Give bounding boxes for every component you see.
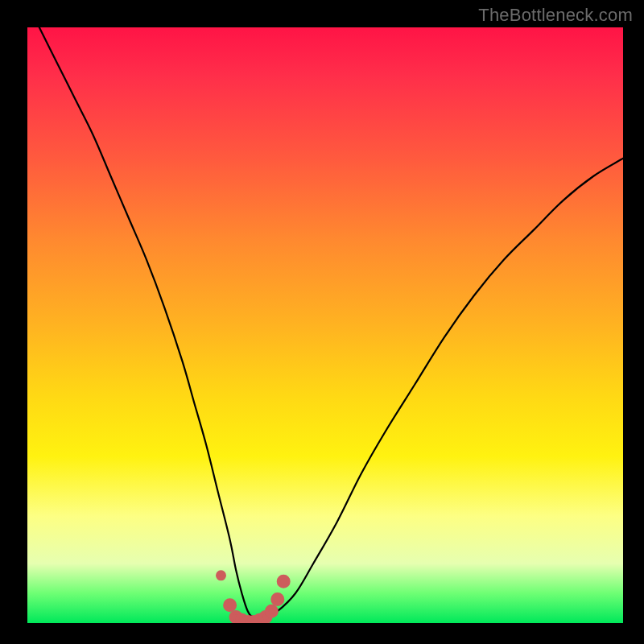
highlight-marker [231, 613, 241, 622]
highlight-marker [255, 615, 265, 623]
highlight-marker [279, 576, 288, 586]
highlight-marker [261, 613, 270, 622]
watermark-text: TheBottleneck.com [478, 5, 633, 26]
bottleneck-curve [39, 27, 623, 618]
highlight-marker [237, 615, 246, 623]
highlight-marker [266, 606, 276, 616]
highlight-marker [243, 617, 253, 623]
chart-frame: TheBottleneck.com [0, 0, 644, 644]
chart-plot-area [27, 27, 623, 623]
highlight-marker [225, 601, 235, 610]
highlight-marker [273, 594, 283, 604]
highlight-marker [218, 572, 225, 579]
highlight-marker [249, 617, 258, 623]
highlighted-range-markers [218, 572, 289, 623]
chart-svg [27, 27, 623, 623]
